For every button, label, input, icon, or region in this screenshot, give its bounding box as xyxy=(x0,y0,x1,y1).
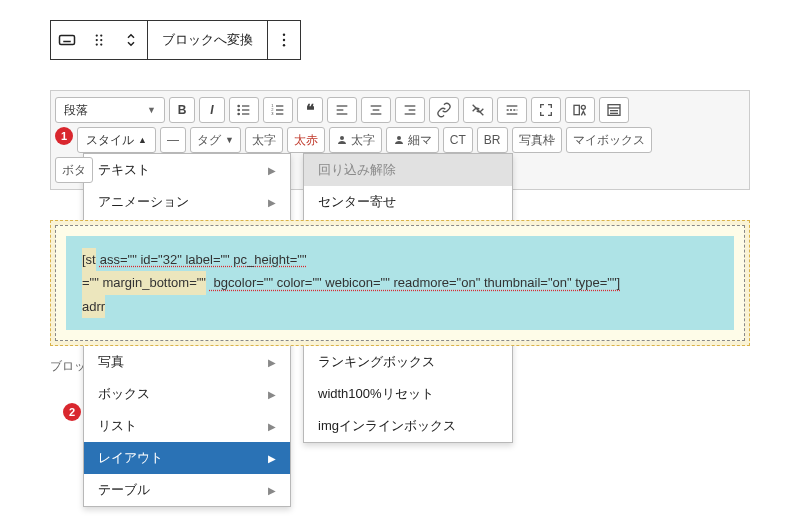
link-button[interactable] xyxy=(429,97,459,123)
mybox-button[interactable]: マイボックス xyxy=(566,127,652,153)
blockquote-button[interactable]: ❝ xyxy=(297,97,323,123)
shortcode-prefix-2: ="" margin_bottom="" xyxy=(82,271,206,294)
svg-point-41 xyxy=(581,105,585,109)
paragraph-select[interactable]: 段落 ▼ xyxy=(55,97,165,123)
submenu-item-img-inline[interactable]: imgインラインボックス xyxy=(304,410,512,442)
unordered-list-button[interactable] xyxy=(229,97,259,123)
svg-point-14 xyxy=(283,44,285,46)
special-character-button[interactable] xyxy=(565,97,595,123)
ct-button[interactable]: CT xyxy=(443,127,473,153)
block-toolbar: ブロックへ変換 xyxy=(50,20,301,60)
svg-point-46 xyxy=(340,136,344,140)
toolbar-toggle-button[interactable] xyxy=(599,97,629,123)
transform-to-block-button[interactable]: ブロックへ変換 xyxy=(148,21,267,59)
toolbar-row-2: 1 スタイル ▲ ― タグ ▼ 太字 太赤 太字 細マ CT BR 写真枠 マイ… xyxy=(55,125,745,155)
chevron-right-icon: ▶ xyxy=(268,485,276,496)
svg-point-15 xyxy=(238,105,239,106)
photo-frame-button[interactable]: 写真枠 xyxy=(512,127,562,153)
chevron-right-icon: ▶ xyxy=(268,421,276,432)
svg-point-9 xyxy=(100,39,102,41)
submenu-item-width100reset[interactable]: width100%リセット xyxy=(304,378,512,410)
caret-down-icon: ▼ xyxy=(147,105,156,115)
menu-item-animation[interactable]: アニメーション▶ xyxy=(84,186,290,218)
move-up-down-icon[interactable] xyxy=(115,21,147,59)
content-block[interactable]: [stass="" id="32" label="" pc_height="" … xyxy=(55,225,745,341)
chevron-right-icon: ▶ xyxy=(268,389,276,400)
align-left-button[interactable] xyxy=(327,97,357,123)
paragraph-label: 段落 xyxy=(64,102,88,119)
fullscreen-button[interactable] xyxy=(531,97,561,123)
style-dropdown-button[interactable]: スタイル ▲ xyxy=(77,127,156,153)
svg-rect-0 xyxy=(60,36,75,45)
align-center-button[interactable] xyxy=(361,97,391,123)
tag-label: タグ xyxy=(197,132,221,149)
card-shortcode: [stass="" id="32" label="" pc_height="" … xyxy=(66,236,734,330)
unlink-button[interactable] xyxy=(463,97,493,123)
button-insert[interactable]: ボタ xyxy=(55,157,93,183)
svg-point-8 xyxy=(96,39,98,41)
align-right-button[interactable] xyxy=(395,97,425,123)
drag-handle-icon[interactable] xyxy=(83,21,115,59)
toolbar-row-1: 段落 ▼ B I 123 ❝ xyxy=(55,95,745,125)
keyboard-icon[interactable] xyxy=(51,21,83,59)
menu-item-box[interactable]: ボックス▶ xyxy=(84,378,290,410)
editor-content: [stass="" id="32" label="" pc_height="" … xyxy=(50,220,750,346)
submenu-item-center[interactable]: センター寄せ xyxy=(304,186,512,218)
shortcode-prefix-3: adrr xyxy=(82,295,105,318)
caret-down-icon: ▼ xyxy=(225,135,234,145)
hr-button[interactable]: ― xyxy=(160,127,186,153)
svg-rect-40 xyxy=(574,105,579,114)
svg-point-12 xyxy=(283,34,285,36)
italic-button[interactable]: I xyxy=(199,97,225,123)
svg-point-6 xyxy=(96,34,98,36)
menu-item-photo[interactable]: 写真▶ xyxy=(84,346,290,378)
svg-point-47 xyxy=(397,136,401,140)
read-more-button[interactable] xyxy=(497,97,527,123)
svg-point-7 xyxy=(100,34,102,36)
svg-text:3: 3 xyxy=(271,111,274,116)
br-button[interactable]: BR xyxy=(477,127,508,153)
chevron-right-icon: ▶ xyxy=(268,197,276,208)
bold-button[interactable]: B xyxy=(169,97,195,123)
person-thin-button[interactable]: 細マ xyxy=(386,127,439,153)
svg-point-17 xyxy=(238,109,239,110)
shortcode-prefix: [st xyxy=(82,248,96,271)
person-big-button[interactable]: 太字 xyxy=(329,127,382,153)
editor-toolbar: 段落 ▼ B I 123 ❝ 1 スタイル ▲ ― タグ ▼ 太字 太赤 太字 xyxy=(50,90,750,190)
bigchar-button[interactable]: 太字 xyxy=(245,127,283,153)
svg-point-10 xyxy=(96,43,98,45)
chevron-right-icon: ▶ xyxy=(268,453,276,464)
ordered-list-button[interactable]: 123 xyxy=(263,97,293,123)
caret-up-icon: ▲ xyxy=(138,135,147,145)
svg-point-13 xyxy=(283,39,285,41)
badge-2: 2 xyxy=(63,403,81,421)
toolbar-row-3: ボタ xyxy=(55,155,745,185)
svg-point-11 xyxy=(100,43,102,45)
svg-point-19 xyxy=(238,113,239,114)
badge-1: 1 xyxy=(55,127,73,145)
menu-item-table[interactable]: テーブル▶ xyxy=(84,474,290,506)
menu-item-layout[interactable]: レイアウト▶ xyxy=(84,442,290,474)
submenu-item-rankingbox[interactable]: ランキングボックス xyxy=(304,346,512,378)
more-options-icon[interactable] xyxy=(268,21,300,59)
menu-item-list[interactable]: リスト▶ xyxy=(84,410,290,442)
bigred-button[interactable]: 太赤 xyxy=(287,127,325,153)
tag-dropdown-button[interactable]: タグ ▼ xyxy=(190,127,241,153)
style-label: スタイル xyxy=(86,132,134,149)
chevron-right-icon: ▶ xyxy=(268,357,276,368)
